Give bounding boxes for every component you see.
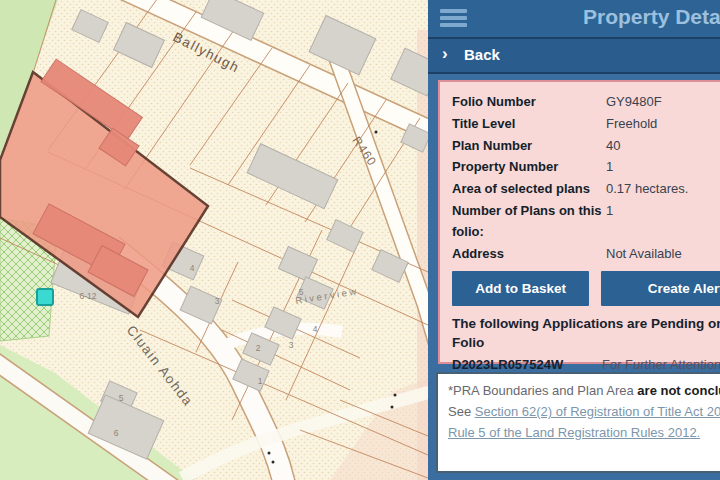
- field-value: GY9480F: [606, 92, 720, 113]
- back-label: Back: [464, 46, 500, 63]
- building-label: 2: [256, 343, 261, 353]
- map-selection-marker[interactable]: [37, 289, 53, 305]
- pending-applications-heading: The following Applications are Pending o…: [452, 315, 720, 351]
- field-value: Freehold: [606, 114, 720, 135]
- menu-icon[interactable]: [440, 9, 467, 28]
- field-label: Title Level: [452, 114, 602, 135]
- property-details-app: Ballyhugh R460 Cluain Aohda Riverview 6-…: [0, 0, 720, 480]
- field-label: Folio Number: [452, 92, 602, 113]
- field-value: Not Available: [606, 244, 720, 265]
- application-number: D2023LR057524W: [452, 357, 602, 372]
- boundaries-disclaimer: *PRA Boundaries and Plan Area are not co…: [436, 372, 720, 473]
- building-label: 4: [313, 324, 318, 334]
- building-label: 4: [190, 263, 195, 273]
- panel-header: Property Details: [428, 0, 720, 39]
- field-value: 1: [606, 201, 720, 243]
- building-label: 5: [299, 287, 304, 297]
- add-to-basket-button[interactable]: Add to Basket: [452, 271, 589, 306]
- create-alert-button[interactable]: Create Alert: [601, 271, 720, 306]
- building-label: 3: [215, 296, 220, 306]
- field-value: 40: [606, 136, 720, 157]
- disclaimer-bold: are not conclusive: [637, 383, 720, 398]
- action-buttons: Add to Basket Create Alert: [452, 271, 720, 306]
- application-status: For Further Attention: [602, 357, 720, 372]
- back-button[interactable]: › Back: [428, 39, 720, 74]
- section-62-link[interactable]: Section 62(2) of Registration of Title A…: [475, 404, 720, 419]
- folio-details-card: Folio Number GY9480F Title Level Freehol…: [438, 80, 720, 364]
- field-label: Plan Number: [452, 136, 602, 157]
- rule-5-link[interactable]: Rule 5 of the Land Registration Rules 20…: [448, 425, 700, 440]
- folio-details-rows: Folio Number GY9480F Title Level Freehol…: [452, 92, 720, 264]
- field-label: Address: [452, 244, 602, 265]
- property-details-panel: Property Details › Back Folio Number GY9…: [428, 0, 720, 480]
- chevron-right-icon: ›: [442, 44, 448, 64]
- disclaimer-text: *PRA Boundaries and Plan Area: [448, 383, 637, 398]
- building-label: 3: [289, 340, 294, 350]
- building-label: 5: [119, 393, 124, 403]
- field-label: Number of Plans on this folio:: [452, 201, 602, 243]
- building-label: 6-12: [79, 291, 96, 301]
- map-viewport[interactable]: Ballyhugh R460 Cluain Aohda Riverview 6-…: [0, 0, 428, 480]
- field-value: 0.17 hectares.: [606, 179, 720, 200]
- field-value: 1: [606, 157, 720, 178]
- building-label: 6: [114, 428, 119, 438]
- field-label: Area of selected plans: [452, 179, 602, 200]
- field-label: Property Number: [452, 157, 602, 178]
- cadastral-map[interactable]: Ballyhugh R460 Cluain Aohda Riverview 6-…: [0, 0, 428, 480]
- panel-title: Property Details: [583, 5, 720, 29]
- pending-application-row: D2023LR057524W For Further Attention: [452, 357, 720, 372]
- building-label: 1: [258, 376, 263, 386]
